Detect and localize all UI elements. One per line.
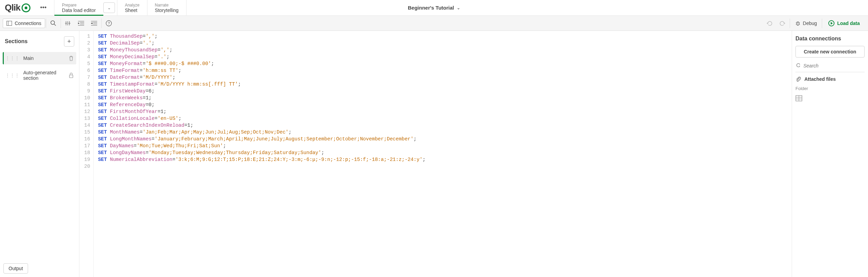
help-button[interactable]: ? <box>102 16 115 31</box>
tab-prepare[interactable]: Prepare Data load editor <box>54 0 103 15</box>
panel-icon <box>7 21 12 26</box>
data-connections-title: Data connections <box>795 36 865 42</box>
section-item-autogen[interactable]: ⋮⋮⋮ Auto-generated section <box>3 66 76 84</box>
search-icon <box>50 20 56 26</box>
attached-files-header[interactable]: Attached files <box>795 76 865 82</box>
trash-icon[interactable] <box>69 55 74 61</box>
attachment-icon <box>795 76 801 82</box>
svg-rect-0 <box>7 21 12 25</box>
tab-sub-label: Prepare <box>62 3 96 8</box>
tab-narrate[interactable]: Narrate Storytelling <box>147 0 186 15</box>
tab-main-label: Sheet <box>125 8 140 13</box>
attached-files-label: Attached files <box>804 76 836 82</box>
logo-text: Qlik <box>5 2 20 13</box>
main-area: Sections + ⋮⋮⋮ Main ⋮⋮⋮ Auto-generated s… <box>0 31 868 277</box>
outdent-icon <box>91 21 97 26</box>
folder-type-label: Folder <box>795 86 865 91</box>
tab-main-label: Data load editor <box>62 8 96 13</box>
undo-button[interactable] <box>763 16 776 31</box>
code-editor[interactable]: 1234567891011121314151617181920 SET Thou… <box>79 31 792 277</box>
line-gutter: 1234567891011121314151617181920 <box>79 31 94 277</box>
app-title-dropdown[interactable]: Beginner's Tutorial ⌄ <box>408 5 460 11</box>
tab-prepare-dropdown[interactable]: ⌄ <box>103 2 115 13</box>
select-data-button[interactable] <box>795 95 865 101</box>
app-title-label: Beginner's Tutorial <box>408 5 454 11</box>
drag-handle-icon[interactable]: ⋮⋮⋮ <box>5 73 20 78</box>
outdent-button[interactable] <box>88 16 101 31</box>
nav-tabs: Prepare Data load editor ⌄ Analyze Sheet… <box>54 0 186 15</box>
load-data-label: Load data <box>837 21 860 26</box>
drag-handle-icon[interactable]: ⋮⋮⋮ <box>5 56 20 61</box>
connection-search[interactable] <box>795 62 865 72</box>
load-data-button[interactable]: Load data <box>823 20 865 26</box>
connections-label: Connections <box>15 21 41 26</box>
section-item-main[interactable]: ⋮⋮⋮ Main <box>3 52 76 64</box>
search-button[interactable] <box>47 16 60 31</box>
tab-analyze[interactable]: Analyze Sheet <box>117 0 147 15</box>
section-label: Auto-generated section <box>23 70 65 81</box>
data-connections-panel: Data connections Create new connection A… <box>792 31 868 277</box>
lock-icon <box>69 73 74 78</box>
comment-icon <box>65 21 71 26</box>
comment-toggle-button[interactable] <box>62 16 75 31</box>
search-icon <box>796 63 800 68</box>
redo-button[interactable] <box>776 16 789 31</box>
undo-icon <box>766 21 773 26</box>
header-bar: Qlik ••• Prepare Data load editor ⌄ Anal… <box>0 0 868 16</box>
chevron-down-icon: ⌄ <box>107 5 111 10</box>
toolbar: Connections ? Debug Load data <box>0 16 868 31</box>
svg-rect-8 <box>69 75 73 78</box>
redo-icon <box>779 21 786 26</box>
connections-panel-toggle[interactable]: Connections <box>3 18 45 28</box>
output-button[interactable]: Output <box>3 263 28 274</box>
indent-icon <box>78 21 84 26</box>
add-section-button[interactable]: + <box>64 36 74 47</box>
svg-point-9 <box>797 64 800 67</box>
debug-button[interactable]: Debug <box>791 21 821 26</box>
logo[interactable]: Qlik <box>0 2 35 13</box>
chevron-down-icon: ⌄ <box>457 5 460 10</box>
tab-sub-label: Narrate <box>155 3 179 8</box>
sections-panel: Sections + ⋮⋮⋮ Main ⋮⋮⋮ Auto-generated s… <box>0 31 79 277</box>
connection-search-input[interactable] <box>803 63 864 68</box>
svg-text:?: ? <box>108 21 110 25</box>
svg-point-2 <box>51 21 54 24</box>
create-connection-button[interactable]: Create new connection <box>795 46 865 58</box>
bug-icon <box>795 21 801 26</box>
tab-sub-label: Analyze <box>125 3 140 8</box>
indent-button[interactable] <box>75 16 88 31</box>
code-content[interactable]: SET ThousandSep=',';SET DecimalSep='.';S… <box>94 31 425 277</box>
sections-title: Sections <box>5 38 28 45</box>
debug-label: Debug <box>803 21 817 26</box>
svg-line-3 <box>54 24 56 26</box>
help-icon: ? <box>106 20 112 26</box>
section-label: Main <box>23 55 65 61</box>
svg-line-10 <box>800 66 800 68</box>
tab-main-label: Storytelling <box>155 8 179 13</box>
menu-dots-icon[interactable]: ••• <box>35 4 51 11</box>
logo-q-icon <box>22 3 30 12</box>
play-icon <box>828 20 834 26</box>
